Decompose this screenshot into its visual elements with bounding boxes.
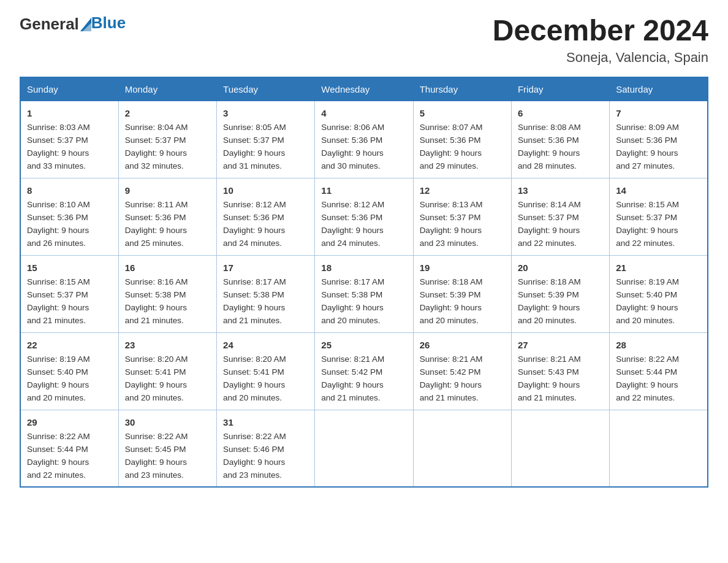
calendar-cell: 4Sunrise: 8:06 AMSunset: 5:36 PMDaylight… <box>315 101 413 178</box>
calendar-cell: 27Sunrise: 8:21 AMSunset: 5:43 PMDayligh… <box>511 332 609 410</box>
header-monday: Monday <box>118 77 216 101</box>
logo: General Blue <box>20 15 126 34</box>
header-wednesday: Wednesday <box>315 77 413 101</box>
calendar-cell: 22Sunrise: 8:19 AMSunset: 5:40 PMDayligh… <box>20 332 118 410</box>
calendar-cell: 2Sunrise: 8:04 AMSunset: 5:37 PMDaylight… <box>118 101 216 178</box>
day-number: 2 <box>125 106 210 120</box>
calendar-cell: 18Sunrise: 8:17 AMSunset: 5:38 PMDayligh… <box>315 255 413 332</box>
week-row-3: 15Sunrise: 8:15 AMSunset: 5:37 PMDayligh… <box>20 255 708 332</box>
page-header: General Blue December 2024 Soneja, Valen… <box>20 15 708 66</box>
day-number: 26 <box>420 338 505 352</box>
calendar-cell: 19Sunrise: 8:18 AMSunset: 5:39 PMDayligh… <box>413 255 511 332</box>
day-number: 30 <box>125 415 210 429</box>
day-number: 19 <box>420 261 505 275</box>
day-number: 16 <box>125 261 210 275</box>
calendar-cell: 8Sunrise: 8:10 AMSunset: 5:36 PMDaylight… <box>20 178 118 255</box>
day-number: 12 <box>420 183 505 197</box>
day-number: 25 <box>321 338 406 352</box>
day-number: 21 <box>616 261 701 275</box>
day-number: 28 <box>616 338 701 352</box>
day-number: 23 <box>125 338 210 352</box>
header-thursday: Thursday <box>413 77 511 101</box>
day-number: 17 <box>223 261 308 275</box>
calendar-cell: 1Sunrise: 8:03 AMSunset: 5:37 PMDaylight… <box>20 101 118 178</box>
title-section: December 2024 Soneja, Valencia, Spain <box>493 15 708 66</box>
week-row-2: 8Sunrise: 8:10 AMSunset: 5:36 PMDaylight… <box>20 178 708 255</box>
day-number: 10 <box>223 183 308 197</box>
calendar-cell: 5Sunrise: 8:07 AMSunset: 5:36 PMDaylight… <box>413 101 511 178</box>
calendar-cell <box>511 410 609 487</box>
day-number: 5 <box>420 106 505 120</box>
day-number: 27 <box>518 338 603 352</box>
calendar-cell: 10Sunrise: 8:12 AMSunset: 5:36 PMDayligh… <box>217 178 315 255</box>
day-number: 1 <box>27 106 112 120</box>
calendar-cell: 23Sunrise: 8:20 AMSunset: 5:41 PMDayligh… <box>118 332 216 410</box>
day-number: 15 <box>27 261 112 275</box>
calendar-cell: 7Sunrise: 8:09 AMSunset: 5:36 PMDaylight… <box>610 101 708 178</box>
day-number: 3 <box>223 106 308 120</box>
calendar-cell: 21Sunrise: 8:19 AMSunset: 5:40 PMDayligh… <box>610 255 708 332</box>
calendar-table: SundayMondayTuesdayWednesdayThursdayFrid… <box>20 77 708 488</box>
week-row-4: 22Sunrise: 8:19 AMSunset: 5:40 PMDayligh… <box>20 332 708 410</box>
page-title: December 2024 <box>493 15 708 47</box>
calendar-cell: 13Sunrise: 8:14 AMSunset: 5:37 PMDayligh… <box>511 178 609 255</box>
calendar-cell: 9Sunrise: 8:11 AMSunset: 5:36 PMDaylight… <box>118 178 216 255</box>
day-number: 13 <box>518 183 603 197</box>
calendar-cell: 31Sunrise: 8:22 AMSunset: 5:46 PMDayligh… <box>217 410 315 487</box>
day-number: 29 <box>27 415 112 429</box>
calendar-cell: 12Sunrise: 8:13 AMSunset: 5:37 PMDayligh… <box>413 178 511 255</box>
calendar-cell: 17Sunrise: 8:17 AMSunset: 5:38 PMDayligh… <box>217 255 315 332</box>
logo-general-text: General <box>20 15 79 34</box>
day-number: 18 <box>321 261 406 275</box>
calendar-cell: 6Sunrise: 8:08 AMSunset: 5:36 PMDaylight… <box>511 101 609 178</box>
calendar-cell <box>610 410 708 487</box>
calendar-cell <box>315 410 413 487</box>
calendar-cell: 14Sunrise: 8:15 AMSunset: 5:37 PMDayligh… <box>610 178 708 255</box>
calendar-cell: 25Sunrise: 8:21 AMSunset: 5:42 PMDayligh… <box>315 332 413 410</box>
logo-arrow-icon <box>80 18 91 31</box>
day-number: 9 <box>125 183 210 197</box>
week-row-1: 1Sunrise: 8:03 AMSunset: 5:37 PMDaylight… <box>20 101 708 178</box>
calendar-cell: 30Sunrise: 8:22 AMSunset: 5:45 PMDayligh… <box>118 410 216 487</box>
day-number: 22 <box>27 338 112 352</box>
day-number: 24 <box>223 338 308 352</box>
calendar-cell: 28Sunrise: 8:22 AMSunset: 5:44 PMDayligh… <box>610 332 708 410</box>
day-number: 14 <box>616 183 701 197</box>
header-tuesday: Tuesday <box>217 77 315 101</box>
calendar-cell: 3Sunrise: 8:05 AMSunset: 5:37 PMDaylight… <box>217 101 315 178</box>
calendar-cell: 11Sunrise: 8:12 AMSunset: 5:36 PMDayligh… <box>315 178 413 255</box>
calendar-cell <box>413 410 511 487</box>
header-friday: Friday <box>511 77 609 101</box>
day-number: 4 <box>321 106 406 120</box>
page-subtitle: Soneja, Valencia, Spain <box>493 50 708 66</box>
week-row-5: 29Sunrise: 8:22 AMSunset: 5:44 PMDayligh… <box>20 410 708 487</box>
header-saturday: Saturday <box>610 77 708 101</box>
calendar-cell: 16Sunrise: 8:16 AMSunset: 5:38 PMDayligh… <box>118 255 216 332</box>
calendar-header-row: SundayMondayTuesdayWednesdayThursdayFrid… <box>20 77 708 101</box>
day-number: 20 <box>518 261 603 275</box>
logo-blue-text: Blue <box>91 13 126 33</box>
calendar-cell: 20Sunrise: 8:18 AMSunset: 5:39 PMDayligh… <box>511 255 609 332</box>
day-number: 7 <box>616 106 701 120</box>
day-number: 8 <box>27 183 112 197</box>
day-number: 6 <box>518 106 603 120</box>
calendar-cell: 24Sunrise: 8:20 AMSunset: 5:41 PMDayligh… <box>217 332 315 410</box>
calendar-cell: 15Sunrise: 8:15 AMSunset: 5:37 PMDayligh… <box>20 255 118 332</box>
calendar-cell: 26Sunrise: 8:21 AMSunset: 5:42 PMDayligh… <box>413 332 511 410</box>
header-sunday: Sunday <box>20 77 118 101</box>
calendar-cell: 29Sunrise: 8:22 AMSunset: 5:44 PMDayligh… <box>20 410 118 487</box>
day-number: 11 <box>321 183 406 197</box>
day-number: 31 <box>223 415 308 429</box>
